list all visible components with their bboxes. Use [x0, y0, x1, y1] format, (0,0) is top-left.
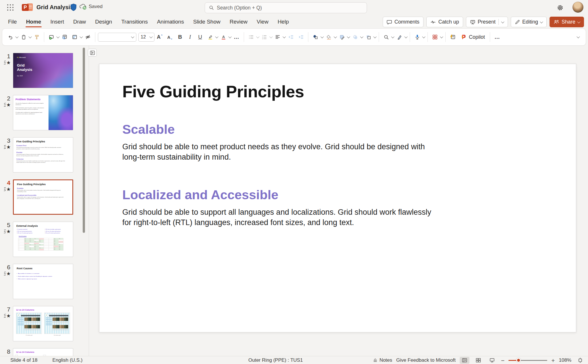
- ink-dropdown-chevron-icon[interactable]: [404, 35, 407, 38]
- more-font-options-button[interactable]: …: [232, 32, 241, 42]
- slide-sorter-view-button[interactable]: [473, 357, 483, 364]
- menu-animations[interactable]: Animations: [152, 16, 189, 28]
- hide-ink-button[interactable]: [83, 32, 92, 42]
- bullets-button[interactable]: [247, 32, 256, 42]
- slide-2-thumbnail[interactable]: Problem Statements One-size-fits-all app…: [13, 95, 73, 130]
- menu-design[interactable]: Design: [90, 16, 117, 28]
- menu-draw[interactable]: Draw: [69, 16, 90, 28]
- find-button[interactable]: [382, 32, 391, 42]
- search-box[interactable]: [205, 2, 367, 13]
- slideshow-view-button[interactable]: [487, 357, 497, 364]
- settings-gear-icon[interactable]: [555, 3, 565, 12]
- numbering-button[interactable]: 1 2 3: [260, 32, 269, 42]
- align-dropdown-chevron-icon[interactable]: [283, 35, 286, 38]
- slide-section-heading[interactable]: Localized and Accessible: [122, 187, 278, 202]
- slide-section-body[interactable]: Grid should be able to meet product need…: [122, 142, 440, 162]
- italic-button[interactable]: I: [185, 32, 195, 42]
- new-slide-button[interactable]: [47, 32, 56, 42]
- share-button[interactable]: Share: [550, 17, 584, 27]
- save-status[interactable]: Saved: [79, 3, 102, 10]
- shapes-button[interactable]: [311, 32, 320, 42]
- zoom-slider[interactable]: [508, 360, 547, 361]
- arrange-button[interactable]: [364, 32, 373, 42]
- bullets-dropdown-chevron-icon[interactable]: [256, 35, 259, 38]
- language-indicator[interactable]: English (U.S.): [53, 357, 83, 363]
- underline-button[interactable]: U: [196, 32, 205, 42]
- font-color-dropdown-chevron-icon[interactable]: [228, 35, 231, 38]
- slide-layout-button[interactable]: [70, 32, 79, 42]
- zoom-out-button[interactable]: −: [501, 357, 504, 363]
- editing-mode-button[interactable]: Editing: [511, 17, 547, 27]
- share-dropdown-chevron-icon[interactable]: [577, 20, 580, 23]
- menu-file[interactable]: File: [3, 16, 22, 28]
- paste-dropdown-chevron-icon[interactable]: [28, 35, 32, 38]
- undo-button[interactable]: [6, 32, 15, 42]
- shape-fill-button[interactable]: [324, 32, 333, 42]
- slide-6-thumbnail[interactable]: Root Causes •Any number of columns is a …: [13, 264, 73, 299]
- shrink-font-button[interactable]: A⌄: [165, 32, 175, 42]
- slide-section-body[interactable]: Grid should be able to support all langu…: [122, 207, 440, 228]
- highlight-color-button[interactable]: [206, 32, 215, 42]
- font-name-chevron-icon[interactable]: [131, 35, 134, 38]
- search-input[interactable]: [217, 5, 363, 11]
- font-name-select[interactable]: [98, 33, 136, 42]
- font-name-input[interactable]: [100, 34, 130, 40]
- menu-home[interactable]: Home: [22, 16, 46, 28]
- normal-view-button[interactable]: [460, 357, 469, 364]
- shape-outline-dropdown-chevron-icon[interactable]: [347, 35, 350, 38]
- designer-dropdown-chevron-icon[interactable]: [440, 35, 443, 38]
- indent-button[interactable]: [296, 32, 305, 42]
- dictate-button[interactable]: [413, 32, 422, 42]
- slide-title[interactable]: Five Guiding Principles: [122, 82, 304, 101]
- outdent-button[interactable]: [286, 32, 295, 42]
- slide-editor-surface[interactable]: Five Guiding Principles Scalable Grid sh…: [99, 64, 576, 332]
- grow-font-button[interactable]: A⌃: [155, 32, 165, 42]
- slide-1-thumbnail[interactable]: Microsoft Grid Analysis Apr 2024: [13, 53, 73, 88]
- slide-5-thumbnail[interactable]: External Analysis •20 systems examined •…: [13, 222, 73, 257]
- ribbon-collapse-chevron-icon[interactable]: [577, 35, 580, 38]
- ink-pen-button[interactable]: [395, 32, 404, 42]
- shapes-dropdown-chevron-icon[interactable]: [320, 35, 324, 38]
- feedback-link[interactable]: Give Feedback to Microsoft: [396, 357, 456, 363]
- zoom-level[interactable]: 108%: [559, 357, 571, 363]
- slide-3-thumbnail[interactable]: Five Guiding Principles Content First Gr…: [13, 137, 73, 173]
- zoom-in-button[interactable]: +: [551, 357, 555, 363]
- cameo-button[interactable]: [448, 32, 457, 42]
- shape-fill-dropdown-chevron-icon[interactable]: [334, 35, 337, 38]
- slide-4-thumbnail-selected[interactable]: Five Guiding Principles Scalable Grid sh…: [13, 179, 73, 215]
- app-launcher-waffle-icon[interactable]: [6, 4, 16, 12]
- highlight-dropdown-chevron-icon[interactable]: [215, 35, 218, 38]
- menu-insert[interactable]: Insert: [46, 16, 69, 28]
- menu-transitions[interactable]: Transitions: [117, 16, 152, 28]
- menu-view[interactable]: View: [252, 16, 273, 28]
- more-ribbon-commands-button[interactable]: …: [493, 32, 502, 42]
- new-slide-dropdown-chevron-icon[interactable]: [56, 35, 59, 38]
- shape-effects-button[interactable]: [351, 32, 360, 42]
- present-button[interactable]: Present: [466, 17, 508, 27]
- menu-slideshow[interactable]: Slide Show: [189, 16, 225, 28]
- paste-button[interactable]: [19, 32, 28, 42]
- present-dropdown-chevron-icon[interactable]: [501, 20, 504, 23]
- menu-help[interactable]: Help: [273, 16, 293, 28]
- format-painter-button[interactable]: [32, 32, 41, 42]
- comments-button[interactable]: Comments: [383, 17, 423, 27]
- dictate-dropdown-chevron-icon[interactable]: [422, 35, 425, 38]
- collapse-thumbnail-panel-button[interactable]: [88, 49, 97, 57]
- shape-effects-dropdown-chevron-icon[interactable]: [360, 35, 363, 38]
- powerpoint-logo-icon[interactable]: P: [22, 3, 33, 12]
- slide-position-indicator[interactable]: Slide 4 of 18: [10, 357, 38, 363]
- zoom-slider-thumb[interactable]: [516, 358, 521, 363]
- font-size-select[interactable]: [138, 33, 154, 42]
- designer-button[interactable]: [430, 32, 440, 42]
- thumbnail-scrollbar[interactable]: [83, 48, 85, 233]
- user-avatar[interactable]: [572, 2, 583, 13]
- reuse-slides-button[interactable]: [60, 32, 69, 42]
- menu-review[interactable]: Review: [225, 16, 252, 28]
- copilot-button[interactable]: Copilot: [458, 32, 487, 42]
- font-size-input[interactable]: [141, 34, 148, 40]
- notes-toggle[interactable]: Notes: [373, 357, 392, 363]
- align-button[interactable]: [273, 32, 282, 42]
- editing-dropdown-chevron-icon[interactable]: [540, 20, 543, 23]
- layout-dropdown-chevron-icon[interactable]: [80, 35, 83, 38]
- font-color-button[interactable]: A: [219, 32, 228, 42]
